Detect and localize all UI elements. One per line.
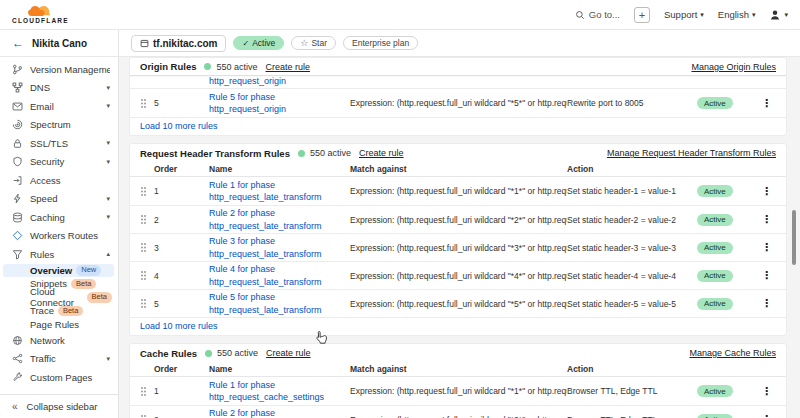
manage-cache-rules-link[interactable]: Manage Cache Rules <box>689 348 776 358</box>
section-title: Origin Rules <box>140 61 196 72</box>
status-badge: Active <box>697 414 733 418</box>
kebab-menu-icon[interactable]: ⋮ <box>761 269 772 282</box>
kebab-menu-icon[interactable]: ⋮ <box>761 213 772 226</box>
account-cell: ← Nikita Cano <box>0 30 119 57</box>
sidebar-item-custom-pages[interactable]: Custom Pages <box>0 368 118 387</box>
create-rule-link[interactable]: Create rule <box>359 148 404 158</box>
kebab-menu-icon[interactable]: ⋮ <box>761 385 772 398</box>
rule-action: Set static header-3 = value-3 <box>567 243 697 253</box>
search-icon <box>575 10 585 20</box>
collapse-sidebar-button[interactable]: « Collapse sidebar <box>0 394 118 418</box>
manage-origin-rules-link[interactable]: Manage Origin Rules <box>691 62 776 72</box>
support-menu[interactable]: Support ▾ <box>664 9 704 20</box>
rule-name-link[interactable]: Rule 2 for phase http_request_cache_sett… <box>209 407 350 418</box>
drag-handle-icon[interactable] <box>141 271 146 280</box>
rule-name-link[interactable]: Rule 5 for phase http_request_late_trans… <box>209 291 350 315</box>
rule-name-line: Rule 2 for phase <box>209 407 350 418</box>
sidebar-item-dns[interactable]: DNS ▾ <box>0 79 118 98</box>
drag-handle-icon[interactable] <box>141 215 146 224</box>
rule-order: 4 <box>154 271 209 281</box>
table-row: 2 Rule 2 for phase http_request_late_tra… <box>130 205 786 233</box>
sidebar-item-version-management[interactable]: Version Management <box>0 60 118 79</box>
load-more-rules-link[interactable]: Load 10 more rules <box>130 317 786 335</box>
column-name: Name <box>209 364 350 374</box>
sidebar-item-access[interactable]: Access <box>0 171 118 190</box>
search-placeholder: Go to... <box>589 9 620 20</box>
kebab-menu-icon[interactable]: ⋮ <box>761 297 772 310</box>
add-button[interactable]: + <box>634 7 650 23</box>
rule-action: Set static header-4 = value-4 <box>567 271 697 281</box>
language-label: English <box>718 9 749 20</box>
rule-action: Browser TTL, Edge TTL <box>567 415 697 418</box>
rule-name-link[interactable]: Rule 4 for phase http_request_late_trans… <box>209 263 350 287</box>
rule-name-link[interactable]: Rule 3 for phase http_request_late_trans… <box>209 235 350 259</box>
check-icon: ✓ <box>242 39 249 48</box>
language-menu[interactable]: English ▾ <box>718 9 756 20</box>
origin-rules-header: Origin Rules 550 active Create rule Mana… <box>130 58 786 76</box>
table-row: 5 Rule 5 for phase http_request_late_tra… <box>130 289 786 317</box>
sidebar-item-overview[interactable]: Overview New <box>3 264 114 278</box>
load-more-rules-link[interactable]: Load 10 more rules <box>130 117 786 135</box>
sidebar-item-cloud-connector[interactable]: Cloud Connector Beta <box>0 291 118 305</box>
page-scrollbar[interactable] <box>792 210 796 265</box>
sidebar-item-network[interactable]: Network <box>0 331 118 350</box>
rule-order: 2 <box>154 215 209 225</box>
site-icon <box>140 39 149 48</box>
rule-match: Expression: (http.request.full_uri wildc… <box>350 386 567 396</box>
status-badge-label: Active <box>252 38 275 48</box>
chevron-down-icon: ▾ <box>106 139 110 147</box>
kebab-menu-icon[interactable]: ⋮ <box>761 241 772 254</box>
kebab-menu-icon[interactable]: ⋮ <box>761 97 772 110</box>
drag-handle-icon[interactable] <box>141 99 146 108</box>
create-rule-link[interactable]: Create rule <box>266 62 311 72</box>
drag-handle-icon[interactable] <box>141 299 146 308</box>
sidebar-item-security[interactable]: Security ▾ <box>0 153 118 172</box>
sidebar-item-caching[interactable]: Caching ▾ <box>0 208 118 227</box>
lightning-icon <box>12 193 23 204</box>
account-name: Nikita Cano <box>32 38 87 49</box>
table-column-headers: Order Name Match against Action <box>130 162 786 177</box>
back-arrow-icon[interactable]: ← <box>12 36 24 50</box>
status-badge: Active <box>697 242 733 254</box>
wrench-icon <box>12 372 23 383</box>
rule-name-link[interactable]: http_request_origin <box>209 76 286 87</box>
sidebar-item-traffic[interactable]: Traffic ▾ <box>0 350 118 369</box>
sidebar-item-spectrum[interactable]: Spectrum <box>0 116 118 135</box>
sidebar-item-ssl-tls[interactable]: SSL/TLS ▾ <box>0 134 118 153</box>
star-button[interactable]: ☆ Star <box>291 36 336 50</box>
active-count: 550 active <box>216 62 257 72</box>
section-title: Cache Rules <box>140 348 197 359</box>
domain-name: tf.nikitac.com <box>153 38 217 49</box>
access-icon <box>12 175 23 186</box>
collapse-sidebar-label: Collapse sidebar <box>27 401 98 412</box>
sidebar-item-workers-routes[interactable]: Workers Routes <box>0 227 118 246</box>
status-badge: Active <box>697 385 733 397</box>
sidebar-item-email[interactable]: Email ▾ <box>0 97 118 116</box>
sidebar-item-speed[interactable]: Speed ▾ <box>0 190 118 209</box>
rule-name-link[interactable]: Rule 1 for phase http_request_late_trans… <box>209 179 350 203</box>
rule-name-line: http_request_origin <box>209 76 286 87</box>
sidebar-item-label: Workers Routes <box>30 230 110 241</box>
sidebar-item-rules[interactable]: Rules ▴ <box>0 245 118 264</box>
cloudflare-logo[interactable]: CLOUDFLARE <box>12 5 69 25</box>
sidebar-item-trace[interactable]: Trace Beta <box>0 304 118 318</box>
rule-name-line: http_request_late_transform <box>209 220 350 232</box>
domain-chip[interactable]: tf.nikitac.com <box>131 35 226 52</box>
manage-transform-rules-link[interactable]: Manage Request Header Transform Rules <box>607 148 776 158</box>
table-row: 5 Rule 5 for phase http_request_origin E… <box>130 89 786 117</box>
rule-name-link[interactable]: Rule 1 for phase http_request_cache_sett… <box>209 379 350 403</box>
kebab-menu-icon[interactable]: ⋮ <box>761 413 772 418</box>
table-row: 2 Rule 2 for phase http_request_cache_se… <box>130 405 786 418</box>
account-menu[interactable]: ▾ <box>769 9 788 21</box>
create-rule-link[interactable]: Create rule <box>266 348 311 358</box>
sidebar-item-page-rules[interactable]: Page Rules <box>0 318 118 332</box>
search-input[interactable]: Go to... <box>575 9 620 20</box>
table-row: 4 Rule 4 for phase http_request_late_tra… <box>130 261 786 289</box>
drag-handle-icon[interactable] <box>141 187 146 196</box>
rule-name-link[interactable]: Rule 5 for phase http_request_origin <box>209 91 350 115</box>
rule-match: Expression: (http.request.full_uri wildc… <box>350 243 567 253</box>
rule-name-link[interactable]: Rule 2 for phase http_request_late_trans… <box>209 207 350 231</box>
kebab-menu-icon[interactable]: ⋮ <box>761 185 772 198</box>
drag-handle-icon[interactable] <box>141 387 146 396</box>
drag-handle-icon[interactable] <box>141 243 146 252</box>
